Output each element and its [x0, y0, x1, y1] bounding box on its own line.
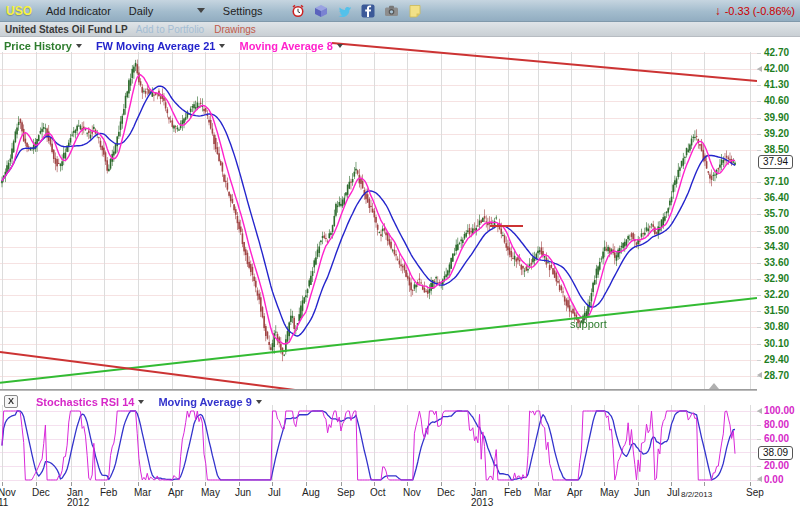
legend-item-price-history[interactable]: Price History	[4, 40, 82, 52]
month-label: May	[201, 487, 220, 498]
month-label: Feb	[100, 487, 117, 498]
axis-tick	[757, 344, 761, 345]
price-axis-label: 38.50	[764, 144, 789, 155]
month-label: Jul	[667, 487, 680, 498]
indicator-axis[interactable]: 100.0080.0060.0020.000.00	[757, 405, 800, 481]
legend-item-fw-moving-average-21[interactable]: FW Moving Average 21	[96, 40, 226, 52]
settings-button[interactable]: Settings	[223, 5, 263, 17]
price-axis-label: 41.30	[764, 79, 789, 90]
price-axis-label: 42.00	[764, 63, 789, 74]
month-label: Sep	[746, 487, 764, 498]
axis-handle-icon[interactable]	[757, 372, 762, 378]
panel-divider[interactable]	[0, 389, 757, 391]
add-to-portfolio-link[interactable]: Add to Portfolio	[136, 24, 204, 35]
price-axis-label: 30.80	[764, 321, 789, 332]
current-price-box: 37.94	[758, 155, 793, 169]
axis-tick	[757, 425, 761, 426]
time-axis-tick	[306, 482, 307, 486]
axis-tick	[757, 311, 761, 312]
time-axis-tick	[104, 482, 105, 486]
axis-tick	[757, 279, 761, 280]
axis-tick	[757, 118, 761, 119]
month-label: Jun	[634, 487, 650, 498]
legend-item-label: Moving Average 8	[239, 40, 332, 52]
price-axis-label: 36.40	[764, 192, 789, 203]
panel-resize-handle[interactable]	[709, 383, 719, 389]
price-axis[interactable]: 42.7042.0041.3040.6039.9039.2038.5037.10…	[757, 37, 800, 390]
chevron-down-icon	[138, 400, 144, 404]
chevron-down-icon	[76, 44, 82, 48]
axis-tick	[757, 150, 761, 151]
alarm-clock-icon[interactable]	[291, 4, 305, 18]
price-axis-label: 42.70	[764, 47, 789, 58]
camera-icon[interactable]	[384, 4, 399, 17]
sticky-note-icon[interactable]	[408, 4, 422, 18]
time-axis-tick	[374, 482, 375, 486]
indicator-header: X Stochastics RSI 14Moving Average 9	[4, 395, 262, 408]
add-indicator-button[interactable]: Add Indicator	[46, 5, 111, 17]
month-label: Apr	[567, 487, 583, 498]
price-axis-label: 40.60	[764, 95, 789, 106]
cube-icon[interactable]	[314, 4, 328, 18]
price-change-badge: ↓ -0.33 (-0.86%)	[715, 4, 795, 18]
axis-handle-icon[interactable]	[757, 66, 762, 72]
month-label: Feb	[504, 487, 521, 498]
indicator-axis-label: 20.00	[764, 460, 789, 471]
support-annotation: support	[570, 318, 607, 330]
twitter-icon[interactable]	[337, 4, 352, 18]
time-axis-tick	[205, 482, 206, 486]
axis-tick	[757, 247, 761, 248]
month-label: Apr	[168, 487, 184, 498]
axis-tick	[757, 466, 761, 467]
down-arrow-icon: ↓	[715, 4, 721, 18]
month-label: May	[600, 487, 619, 498]
axis-tick	[757, 85, 761, 86]
indicator-chart-canvas[interactable]	[0, 405, 757, 481]
time-axis-tick	[239, 482, 240, 486]
facebook-icon[interactable]	[361, 4, 375, 18]
toolbar-icons	[291, 4, 422, 18]
drawings-link[interactable]: Drawings	[214, 24, 256, 35]
axis-tick	[757, 263, 761, 264]
axis-tick	[757, 214, 761, 215]
month-label: Mar	[534, 487, 551, 498]
time-axis-tick	[475, 482, 476, 486]
price-axis-label: 34.30	[764, 241, 789, 252]
interval-value: Daily	[129, 5, 153, 17]
price-chart-canvas[interactable]	[0, 37, 757, 390]
price-axis-label: 39.20	[764, 128, 789, 139]
time-axis-tick	[508, 482, 509, 486]
month-label: Jun	[235, 487, 251, 498]
change-value: -0.33 (-0.86%)	[725, 5, 795, 17]
axis-handle-icon[interactable]	[757, 408, 762, 414]
chevron-down-icon	[337, 44, 343, 48]
axis-tick	[757, 182, 761, 183]
month-label: Dec	[32, 487, 50, 498]
axis-tick	[757, 198, 761, 199]
time-axis-tick	[571, 482, 572, 486]
price-axis-label: 35.00	[764, 225, 789, 236]
time-axis[interactable]: Nov11DecJan2012FebMarAprMayJunJulAugSepO…	[0, 482, 800, 508]
indicator-axis-label: 100.00	[764, 405, 795, 416]
month-label: Oct	[370, 487, 386, 498]
legend-item-moving-average-9[interactable]: Moving Average 9	[158, 396, 261, 408]
interval-dropdown[interactable]: Daily	[129, 5, 205, 17]
price-axis-label: 32.90	[764, 273, 789, 284]
time-axis-tick	[138, 482, 139, 486]
chevron-down-icon	[256, 400, 262, 404]
indicator-axis-label: 80.00	[764, 419, 789, 430]
legend-item-moving-average-8[interactable]: Moving Average 8	[239, 40, 342, 52]
close-indicator-button[interactable]: X	[4, 395, 18, 408]
year-label: 2013	[471, 497, 493, 508]
month-label: Aug	[302, 487, 320, 498]
time-axis-tick	[441, 482, 442, 486]
time-axis-tick	[638, 482, 639, 486]
chevron-down-icon	[219, 44, 225, 48]
year-label: 11	[0, 497, 8, 508]
axis-tick	[757, 327, 761, 328]
title-row: United States Oil Fund LP Add to Portfol…	[0, 22, 800, 37]
time-axis-tick	[704, 482, 705, 486]
legend-item-label: Moving Average 9	[158, 396, 251, 408]
axis-tick	[757, 231, 761, 232]
legend-item-stochastics-rsi-14[interactable]: Stochastics RSI 14	[36, 396, 144, 408]
